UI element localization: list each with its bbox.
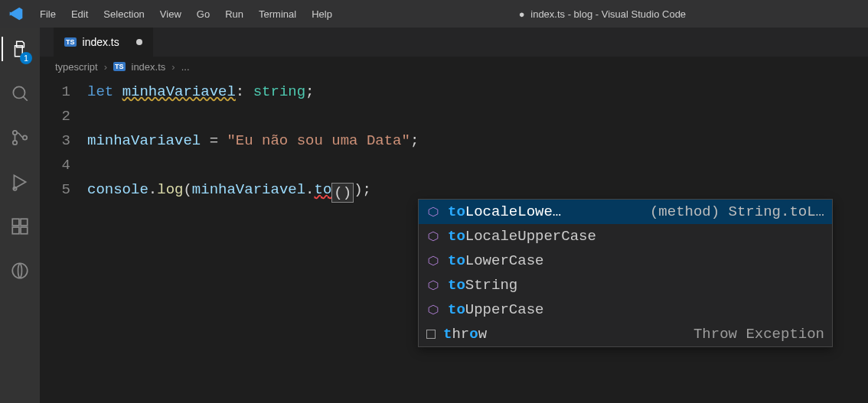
menu-view[interactable]: View [152, 5, 189, 23]
svg-rect-6 [12, 219, 19, 226]
dirty-indicator-title: ● [519, 8, 525, 20]
explorer-badge: 1 [20, 52, 32, 64]
svg-line-1 [23, 96, 27, 100]
suggest-label: toLocaleUpperCase [448, 224, 596, 249]
method-icon [426, 231, 440, 242]
method-icon [426, 280, 440, 291]
menu-terminal[interactable]: Terminal [251, 5, 304, 23]
typescript-file-icon: TS [64, 37, 77, 47]
code-line[interactable]: let minhaVariavel: string; [87, 80, 868, 104]
tab-index-ts[interactable]: TS index.ts [54, 28, 153, 57]
suggest-label: throw [443, 322, 487, 346]
menu-go[interactable]: Go [189, 5, 217, 23]
svg-rect-9 [21, 219, 28, 226]
svg-rect-7 [12, 227, 19, 234]
svg-point-10 [12, 263, 28, 278]
activity-search[interactable] [2, 80, 38, 107]
svg-point-2 [13, 131, 17, 135]
line-number: 4 [40, 153, 70, 177]
line-number: 2 [40, 104, 70, 128]
activity-explorer[interactable]: 1 [2, 35, 38, 63]
line-number: 5 [40, 177, 70, 202]
editor[interactable]: 1 2 3 4 5 let minhaVariavel: string; min… [40, 76, 868, 403]
svg-rect-8 [21, 227, 28, 234]
suggest-label: toUpperCase [448, 297, 543, 322]
breadcrumb-item[interactable]: index.ts [132, 61, 166, 73]
svg-point-3 [13, 141, 17, 145]
method-icon [426, 255, 440, 266]
window-title: ● index.ts - blog - Visual Studio Code [343, 8, 862, 20]
suggest-label: toLocaleLowe… [448, 200, 561, 224]
main-area: 1 TS index.ts typescript › [0, 28, 868, 403]
typescript-file-icon: TS [113, 62, 126, 71]
suggest-detail: Throw Exception [693, 322, 824, 346]
method-icon [426, 206, 440, 217]
method-icon [426, 304, 440, 315]
menu-bar: File Edit Selection View Go Run Terminal… [32, 5, 340, 23]
suggest-item[interactable]: toString [419, 273, 832, 297]
dirty-dot-icon [136, 39, 142, 45]
tab-bar: TS index.ts [40, 28, 868, 57]
suggest-item[interactable]: throw Throw Exception [419, 322, 832, 346]
suggest-label: toLowerCase [448, 249, 543, 273]
suggest-item[interactable]: toLocaleLowe… (method) String.toL… [419, 200, 832, 224]
code-line[interactable]: minhaVariavel = "Eu não sou uma Data"; [87, 128, 868, 153]
breadcrumb-item[interactable]: ... [181, 61, 190, 73]
keyword-icon [426, 330, 436, 339]
menu-run[interactable]: Run [217, 5, 251, 23]
activity-remote[interactable] [2, 257, 38, 284]
code-line[interactable] [87, 104, 868, 128]
intellisense-suggest-popup[interactable]: toLocaleLowe… (method) String.toL… toLoc… [418, 199, 833, 347]
line-number: 3 [40, 128, 70, 153]
breadcrumbs[interactable]: typescript › TS index.ts › ... [40, 57, 868, 76]
window-title-text: index.ts - blog - Visual Studio Code [530, 8, 686, 20]
suggest-label: toString [448, 273, 517, 297]
code-line[interactable] [87, 153, 868, 177]
code-lines[interactable]: let minhaVariavel: string; minhaVariavel… [87, 76, 868, 403]
suggest-item[interactable]: toLocaleUpperCase [419, 224, 832, 249]
svg-point-0 [13, 86, 24, 98]
vscode-logo-icon [8, 5, 24, 22]
editor-group: TS index.ts typescript › TS index.ts › .… [40, 28, 868, 403]
activity-bar: 1 [0, 28, 40, 403]
activity-run-debug[interactable] [2, 168, 38, 196]
menu-help[interactable]: Help [304, 5, 340, 23]
chevron-right-icon: › [171, 61, 175, 73]
menu-selection[interactable]: Selection [96, 5, 152, 23]
suggest-detail: (method) String.toL… [650, 200, 824, 224]
activity-source-control[interactable] [2, 124, 38, 151]
line-number: 1 [40, 80, 70, 104]
title-bar: File Edit Selection View Go Run Terminal… [0, 0, 868, 28]
tab-label: index.ts [83, 36, 119, 48]
menu-edit[interactable]: Edit [64, 5, 96, 23]
breadcrumb-item[interactable]: typescript [55, 61, 98, 73]
line-number-gutter: 1 2 3 4 5 [40, 76, 87, 403]
chevron-right-icon: › [104, 61, 107, 73]
suggest-item[interactable]: toUpperCase [419, 297, 832, 322]
suggest-item[interactable]: toLowerCase [419, 249, 832, 273]
activity-extensions[interactable] [2, 213, 38, 240]
svg-point-4 [23, 135, 27, 139]
cursor: () [331, 183, 354, 203]
menu-file[interactable]: File [32, 5, 64, 23]
